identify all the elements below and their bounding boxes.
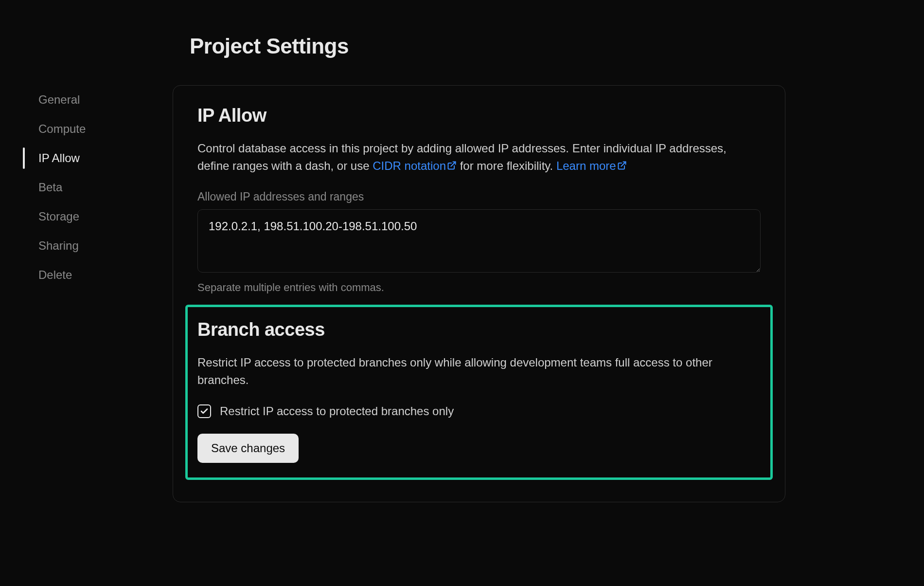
branch-access-section: Branch access Restrict IP access to prot… <box>185 305 773 480</box>
learn-more-text: Learn more <box>556 159 616 172</box>
cidr-link-text: CIDR notation <box>373 159 446 172</box>
learn-more-link[interactable]: Learn more <box>556 159 627 172</box>
restrict-ip-checkbox[interactable] <box>197 404 211 418</box>
external-link-icon <box>447 158 457 167</box>
main-content: IP Allow Control database access in this… <box>173 85 810 502</box>
ip-allow-heading: IP Allow <box>197 105 761 126</box>
restrict-ip-checkbox-label[interactable]: Restrict IP access to protected branches… <box>220 404 454 418</box>
svg-line-1 <box>621 162 625 166</box>
restrict-ip-checkbox-row: Restrict IP access to protected branches… <box>197 404 761 418</box>
branch-access-description: Restrict IP access to protected branches… <box>197 354 761 389</box>
check-icon <box>200 407 209 416</box>
allowed-ips-input[interactable] <box>197 209 761 273</box>
sidebar-item-sharing[interactable]: Sharing <box>23 231 173 260</box>
ip-allow-card: IP Allow Control database access in this… <box>173 85 785 502</box>
branch-access-heading: Branch access <box>197 319 761 340</box>
allowed-ips-label: Allowed IP addresses and ranges <box>197 190 761 203</box>
page-title: Project Settings <box>190 34 924 58</box>
sidebar-item-compute[interactable]: Compute <box>23 114 173 144</box>
save-changes-button[interactable]: Save changes <box>197 434 299 463</box>
allowed-ips-hint: Separate multiple entries with commas. <box>197 281 761 294</box>
svg-line-0 <box>451 162 455 166</box>
sidebar-item-beta[interactable]: Beta <box>23 173 173 202</box>
sidebar-item-ip-allow[interactable]: IP Allow <box>23 144 173 173</box>
cidr-notation-link[interactable]: CIDR notation <box>373 159 457 172</box>
sidebar-item-storage[interactable]: Storage <box>23 202 173 231</box>
sidebar-item-delete[interactable]: Delete <box>23 260 173 290</box>
description-mid: for more flexibility. <box>457 159 556 172</box>
ip-allow-description: Control database access in this project … <box>197 140 761 175</box>
external-link-icon <box>617 158 627 167</box>
sidebar-item-general[interactable]: General <box>23 85 173 114</box>
settings-sidebar: General Compute IP Allow Beta Storage Sh… <box>0 85 173 502</box>
